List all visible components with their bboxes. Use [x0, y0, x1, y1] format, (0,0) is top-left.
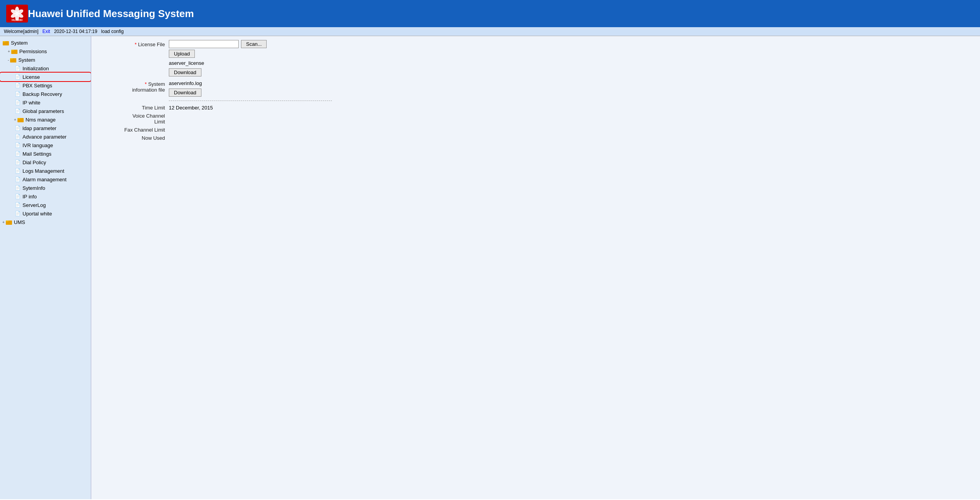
page-icon-dial: 📄	[14, 159, 21, 165]
upload-button[interactable]: Upload	[169, 50, 195, 58]
page-icon-syteminfo: 📄	[14, 185, 21, 191]
sidebar-label-dial: Dial Policy	[23, 160, 46, 165]
app-title: Huawei Unified Messaging System	[28, 8, 194, 20]
page-icon-ldap: 📄	[14, 125, 21, 131]
sidebar-item-initialization[interactable]: 📄 Initialization	[0, 64, 91, 73]
expand-icon-ums: +	[2, 220, 5, 224]
sidebar-label-backup: Backup Recovery	[23, 91, 62, 97]
huawei-logo-icon: HUAWEI	[6, 5, 28, 23]
svg-text:HUAWEI: HUAWEI	[12, 19, 23, 21]
sidebar-item-ivr[interactable]: 📄 IVR language	[0, 141, 91, 149]
svg-rect-9	[3, 41, 5, 42]
license-file-input[interactable]	[169, 40, 239, 48]
main-layout: System + Permissions - System 📄	[0, 36, 980, 499]
download-button-2[interactable]: Download	[169, 89, 201, 97]
sidebar-item-system-folder[interactable]: - System	[0, 56, 91, 64]
svg-rect-11	[11, 50, 14, 51]
sidebar-item-ldap[interactable]: 📄 ldap parameter	[0, 124, 91, 132]
system-info-label-text: Systeminformation file	[132, 81, 165, 93]
sidebar-item-nms-manage[interactable]: + Nms manage	[0, 115, 91, 124]
sidebar-label-global: Global parameters	[23, 108, 64, 114]
folder-icon-nms	[17, 116, 24, 123]
expand-icon-permissions: +	[8, 49, 10, 54]
sidebar-item-logs[interactable]: 📄 Logs Management	[0, 167, 91, 175]
system-info-filename: aserverinfo.log	[169, 80, 202, 86]
sidebar-item-alarm[interactable]: 📄 Alarm management	[0, 175, 91, 184]
folder-icon	[10, 57, 17, 63]
sidebar-label-ldap: ldap parameter	[23, 125, 56, 131]
sidebar-item-backup-recovery[interactable]: 📄 Backup Recovery	[0, 90, 91, 98]
sidebar: System + Permissions - System 📄	[0, 36, 91, 499]
header: HUAWEI Huawei Unified Messaging System	[0, 0, 980, 27]
svg-rect-17	[6, 220, 9, 222]
toolbar-datetime: 2020-12-31 04:17:19	[54, 29, 97, 34]
time-limit-row: Time Limit 12 December, 2015	[99, 105, 972, 111]
sidebar-item-mail[interactable]: 📄 Mail Settings	[0, 149, 91, 158]
time-limit-label: Time Limit	[99, 105, 169, 111]
exit-link[interactable]: Exit	[42, 29, 50, 34]
sidebar-label-alarm: Alarm management	[23, 177, 66, 182]
fax-channel-row: Fax Channel Limit	[99, 127, 972, 133]
sidebar-item-system-root[interactable]: System	[0, 38, 91, 47]
license-file-label-text: License File	[138, 42, 165, 47]
page-icon-global: 📄	[14, 108, 21, 114]
page-icon-advance: 📄	[14, 134, 21, 140]
svg-rect-15	[17, 118, 20, 119]
required-star-2: *	[145, 81, 147, 87]
sidebar-item-ipinfo[interactable]: 📄 IP info	[0, 192, 91, 201]
toolbar-load-config: load config	[101, 29, 124, 34]
page-icon-ipinfo: 📄	[14, 193, 21, 200]
sidebar-label-nms: Nms manage	[26, 117, 56, 123]
sidebar-item-global-parameters[interactable]: 📄 Global parameters	[0, 107, 91, 115]
sidebar-item-dial[interactable]: 📄 Dial Policy	[0, 158, 91, 167]
download-button-1[interactable]: Download	[169, 68, 201, 76]
sidebar-label-serverlog: ServerLog	[23, 202, 46, 208]
sidebar-item-uportal[interactable]: 📄 Uportal white	[0, 209, 91, 218]
voice-channel-label: Voice ChannelLimit	[99, 113, 169, 125]
sidebar-label-system-root: System	[11, 40, 28, 46]
page-icon-pbx: 📄	[14, 82, 21, 89]
sidebar-label-ipinfo: IP info	[23, 194, 37, 200]
sidebar-label-uportal: Uportal white	[23, 211, 52, 217]
sidebar-item-ip-white[interactable]: 📄 IP white	[0, 98, 91, 107]
page-icon-alarm: 📄	[14, 176, 21, 182]
sidebar-item-pbx-settings[interactable]: 📄 PBX Settings	[0, 81, 91, 90]
svg-rect-13	[10, 58, 13, 59]
sidebar-item-advance[interactable]: 📄 Advance parameter	[0, 132, 91, 141]
folder-icon	[11, 48, 18, 54]
sidebar-label-ivr: IVR language	[23, 142, 53, 148]
upload-row: Upload	[169, 50, 267, 58]
sidebar-label-ums: UMS	[14, 219, 25, 225]
system-info-label: * Systeminformation file	[99, 80, 169, 93]
sidebar-item-ums[interactable]: + UMS	[0, 218, 91, 226]
page-icon-license: 📄	[14, 74, 21, 80]
license-file-controls: Scan... Upload aserver_license Download	[169, 40, 267, 76]
sidebar-label-advance: Advance parameter	[23, 134, 66, 140]
page-icon-ipwhite: 📄	[14, 99, 21, 106]
fax-channel-label: Fax Channel Limit	[99, 127, 169, 133]
scan-button[interactable]: Scan...	[241, 40, 267, 48]
voice-channel-row: Voice ChannelLimit	[99, 113, 972, 125]
separator-area	[169, 101, 972, 101]
welcome-text: Welcome[admin]	[4, 29, 38, 34]
sidebar-item-syteminfo[interactable]: 📄 SytemInfo	[0, 184, 91, 192]
sidebar-item-license[interactable]: 📄 License	[0, 73, 91, 81]
sidebar-label-mail: Mail Settings	[23, 151, 51, 157]
sidebar-scroll-area: System + Permissions - System 📄	[0, 38, 91, 227]
sidebar-label-initialization: Initialization	[23, 66, 49, 71]
page-icon-uportal: 📄	[14, 210, 21, 217]
toolbar: Welcome[admin] Exit 2020-12-31 04:17:19 …	[0, 27, 980, 36]
system-info-row: * Systeminformation file aserverinfo.log…	[99, 80, 972, 97]
page-icon-mail: 📄	[14, 151, 21, 157]
sidebar-label-permissions: Permissions	[19, 49, 47, 54]
separator	[169, 101, 332, 101]
sidebar-item-serverlog[interactable]: 📄 ServerLog	[0, 201, 91, 209]
page-icon-backup: 📄	[14, 91, 21, 97]
time-limit-value: 12 December, 2015	[169, 105, 213, 111]
content-area: * License File Scan... Upload aserver_li…	[91, 36, 980, 499]
now-used-row: Now Used	[99, 135, 972, 141]
license-file-row: * License File Scan... Upload aserver_li…	[99, 40, 972, 76]
sidebar-label-system-folder: System	[18, 57, 35, 63]
sidebar-label-ipwhite: IP white	[23, 100, 40, 106]
sidebar-item-permissions[interactable]: + Permissions	[0, 47, 91, 56]
